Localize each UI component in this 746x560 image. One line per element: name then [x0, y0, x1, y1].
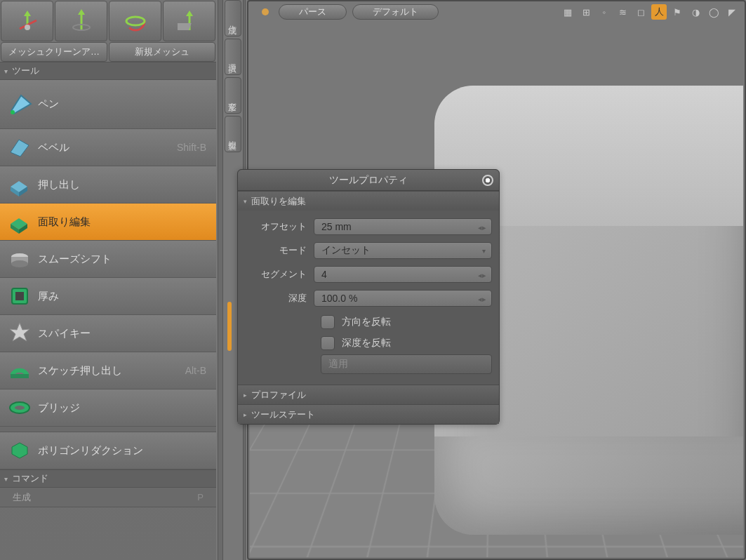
scrub-icon[interactable]: ◂▸	[476, 221, 488, 234]
transform-icons-row	[0, 0, 216, 42]
cmd-generate[interactable]: 生成 P	[0, 488, 216, 507]
depth-label: 深度	[245, 292, 314, 305]
svg-point-23	[11, 260, 28, 267]
tools-section-header[interactable]: ツール	[0, 62, 216, 80]
vp-waves-icon[interactable]: ≋	[615, 4, 630, 20]
pen-icon	[7, 92, 32, 117]
panel-section-toolstate: ツールステート	[238, 404, 499, 424]
vp-flag-icon[interactable]: ⚑	[670, 4, 685, 20]
svg-marker-10	[186, 11, 193, 16]
vp-drop-icon[interactable]: ◑	[688, 4, 703, 20]
svg-point-7	[126, 12, 145, 30]
mode-select[interactable]: インセット	[314, 242, 492, 259]
vp-sphere-icon[interactable]: ◯	[706, 4, 721, 20]
sidebar: メッシュクリーンア… 新規メッシュ ツール ペン ベベル Shift-B 押し出…	[0, 0, 216, 560]
transform-btn-3[interactable]	[109, 1, 161, 41]
reverse-depth-label: 深度を反転	[342, 337, 391, 349]
vtab-select[interactable]: 選択	[225, 39, 241, 75]
extrude-icon	[7, 172, 32, 197]
cmd-shortcut: P	[197, 492, 204, 502]
tool-spikey[interactable]: スパイキー	[0, 315, 216, 352]
mesh-buttons-row: メッシュクリーンア… 新規メッシュ	[0, 42, 216, 62]
prop-mode: モード インセット	[245, 240, 492, 261]
tools-list: ペン ベベル Shift-B 押し出し 面取り編集 スムーズシフト 厚み スパイ…	[0, 80, 216, 469]
section-header-toolstate[interactable]: ツールステート	[238, 405, 499, 424]
new-mesh-button[interactable]: 新規メッシュ	[109, 42, 215, 62]
tool-label: スムーズシフト	[38, 253, 112, 266]
tool-shortcut: Shift-B	[177, 142, 206, 153]
tool-pen[interactable]: ペン	[0, 80, 216, 129]
transform-btn-1[interactable]	[1, 1, 53, 41]
mesh-clean-button[interactable]: メッシュクリーンア…	[1, 42, 107, 62]
bridge-icon	[7, 395, 32, 420]
panel-section-profile: プロファイル	[238, 385, 499, 404]
viewport-icon-row: ▦ ⊞ ◦ ≋ ◻ 人 ⚑ ◑ ◯ ◤	[559, 4, 741, 20]
vtab-deform[interactable]: 変形	[225, 77, 241, 114]
tool-bevel[interactable]: ベベル Shift-B	[0, 129, 216, 166]
svg-marker-1	[24, 11, 31, 16]
tool-smooth-shift[interactable]: スムーズシフト	[0, 241, 216, 278]
svg-marker-26	[10, 323, 29, 341]
tool-properties-panel: ツールプロパティ 面取りを編集 オフセット 25 mm◂▸ モード インセット …	[237, 169, 500, 425]
svg-point-3	[25, 25, 30, 30]
vp-dot-icon[interactable]: ◦	[597, 4, 612, 20]
vtab-create[interactable]: 作成	[225, 0, 241, 36]
tool-label: スケッチ押し出し	[38, 364, 122, 378]
apply-button[interactable]: 適用	[321, 354, 492, 374]
tool-label: 厚み	[38, 290, 59, 303]
tool-label: 面取り編集	[38, 215, 91, 229]
vp-person-icon[interactable]: 人	[651, 4, 667, 20]
segments-input[interactable]: 4◂▸	[314, 266, 492, 283]
tool-extrude[interactable]: 押し出し	[0, 166, 216, 204]
commands-section-header[interactable]: コマンド	[0, 469, 216, 488]
vp-shade-icon[interactable]: ◤	[724, 4, 740, 20]
svg-rect-25	[15, 292, 24, 300]
poly-reduce-icon	[7, 438, 32, 463]
tool-label: 押し出し	[38, 178, 80, 192]
tool-bridge[interactable]: ブリッジ	[0, 389, 216, 427]
panel-drag-handle[interactable]	[227, 302, 232, 351]
scrub-icon[interactable]: ◂▸	[476, 269, 488, 281]
sketch-extrude-icon	[7, 358, 32, 383]
offset-label: オフセット	[245, 220, 314, 233]
panel-title: ツールプロパティ	[329, 174, 408, 187]
vtab-duplicate[interactable]: 複製	[225, 116, 241, 152]
offset-input[interactable]: 25 mm◂▸	[314, 218, 492, 235]
transform-btn-4[interactable]	[163, 1, 215, 41]
tool-thickness[interactable]: 厚み	[0, 278, 216, 315]
prop-reverse-depth: 深度を反転	[245, 333, 492, 354]
vp-frame-icon[interactable]: ◻	[633, 4, 648, 20]
tool-label: スパイキー	[38, 327, 91, 340]
reverse-dir-checkbox[interactable]	[321, 315, 335, 329]
tool-sketch-extrude[interactable]: スケッチ押し出し Alt-B	[0, 352, 216, 389]
panel-titlebar[interactable]: ツールプロパティ	[238, 170, 499, 191]
depth-input[interactable]: 100.0 %◂▸	[314, 290, 492, 307]
vp-grid1-icon[interactable]: ▦	[560, 4, 575, 20]
tool-label: ベベル	[38, 141, 69, 154]
view-mode-pill[interactable]: パース	[279, 4, 347, 20]
section-header-profile[interactable]: プロファイル	[238, 385, 499, 404]
svg-point-13	[11, 110, 15, 114]
smooth-shift-icon	[7, 246, 32, 272]
svg-point-29	[15, 406, 25, 410]
prop-offset: オフセット 25 mm◂▸	[245, 216, 492, 237]
tool-label: ペン	[38, 98, 59, 111]
reverse-depth-checkbox[interactable]	[321, 336, 335, 350]
bevel-icon	[7, 135, 32, 160]
panel-pin-icon[interactable]	[482, 175, 493, 186]
svg-point-8	[126, 17, 145, 25]
prop-reverse-dir: 方向を反転	[245, 312, 492, 333]
svg-marker-5	[78, 9, 85, 15]
tool-edit-chamfer[interactable]: 面取り編集	[0, 204, 216, 241]
transform-btn-2[interactable]	[55, 1, 107, 41]
scrub-icon[interactable]: ◂▸	[476, 293, 488, 305]
view-preset-pill[interactable]: デフォルト	[352, 4, 439, 20]
prop-depth: 深度 100.0 %◂▸	[245, 288, 492, 309]
tool-poly-reduction[interactable]: ポリゴンリダクション	[0, 432, 216, 469]
svg-marker-14	[11, 140, 29, 156]
vertical-tabs: 作成 選択 変形 複製	[225, 0, 241, 153]
vertical-divider[interactable]	[218, 0, 223, 560]
prop-segments: セグメント 4◂▸	[245, 264, 492, 285]
section-header-edit[interactable]: 面取りを編集	[238, 192, 499, 211]
vp-grid4-icon[interactable]: ⊞	[578, 4, 594, 20]
